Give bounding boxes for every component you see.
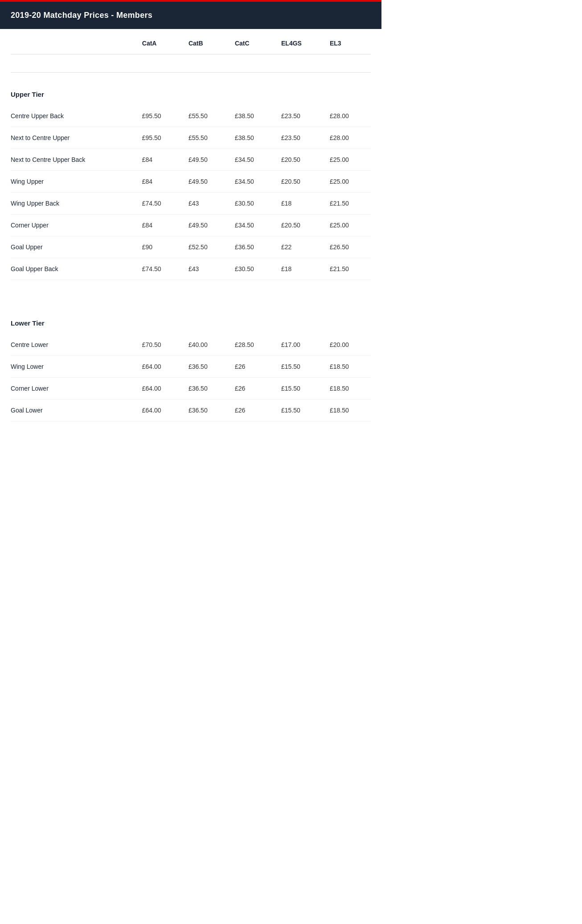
price-catc: £30.50 <box>230 258 276 280</box>
price-catc: £38.50 <box>230 127 276 149</box>
price-catb: £49.50 <box>183 214 230 236</box>
price-el3: £25.00 <box>324 214 371 236</box>
price-catb: £36.50 <box>183 378 230 400</box>
col-header-cata: CatA <box>137 29 183 54</box>
price-catb: £49.50 <box>183 149 230 171</box>
section-header-lower-tier: Lower Tier <box>11 301 371 334</box>
price-el4gs: £23.50 <box>276 105 324 127</box>
table-row-wing-lower: Wing Lower £64.00 £36.50 £26 £15.50 £18.… <box>11 356 371 378</box>
price-el3: £28.00 <box>324 105 371 127</box>
price-catc: £34.50 <box>230 171 276 193</box>
price-cata: £64.00 <box>137 400 183 421</box>
table-row-wing-upper-back: Wing Upper Back £74.50 £43 £30.50 £18 £2… <box>11 193 371 214</box>
price-cata: £84 <box>137 214 183 236</box>
seat-section-name: Wing Upper <box>11 171 137 193</box>
table-header-row: CatA CatB CatC EL4GS EL3 <box>11 29 371 54</box>
table-row-goal-lower: Goal Lower £64.00 £36.50 £26 £15.50 £18.… <box>11 400 371 421</box>
table-row-centre-lower: Centre Lower £70.50 £40.00 £28.50 £17.00… <box>11 334 371 356</box>
price-catb: £55.50 <box>183 105 230 127</box>
price-el4gs: £22 <box>276 236 324 258</box>
price-el3: £21.50 <box>324 258 371 280</box>
price-cata: £95.50 <box>137 105 183 127</box>
price-el3: £18.50 <box>324 356 371 378</box>
page-title: 2019-20 Matchday Prices - Members <box>11 11 152 20</box>
price-el4gs: £15.50 <box>276 378 324 400</box>
price-el3: £18.50 <box>324 378 371 400</box>
price-el4gs: £17.00 <box>276 334 324 356</box>
seat-section-name: Wing Upper Back <box>11 193 137 214</box>
price-el4gs: £23.50 <box>276 127 324 149</box>
seat-section-name: Centre Lower <box>11 334 137 356</box>
price-catc: £26 <box>230 400 276 421</box>
price-catb: £40.00 <box>183 334 230 356</box>
seat-section-name: Corner Upper <box>11 214 137 236</box>
seat-section-name: Goal Upper Back <box>11 258 137 280</box>
price-catc: £28.50 <box>230 334 276 356</box>
price-catc: £38.50 <box>230 105 276 127</box>
price-el3: £18.50 <box>324 400 371 421</box>
price-el4gs: £20.50 <box>276 149 324 171</box>
table-row-next-to-centre-upper-back: Next to Centre Upper Back £84 £49.50 £34… <box>11 149 371 171</box>
price-catc: £34.50 <box>230 214 276 236</box>
pricing-table: CatA CatB CatC EL4GS EL3 Upper Tier Cent… <box>11 29 371 439</box>
price-catb: £49.50 <box>183 171 230 193</box>
price-catb: £55.50 <box>183 127 230 149</box>
price-el4gs: £15.50 <box>276 400 324 421</box>
seat-section-name: Goal Upper <box>11 236 137 258</box>
seat-section-name: Goal Lower <box>11 400 137 421</box>
seat-section-name: Corner Lower <box>11 378 137 400</box>
price-catb: £43 <box>183 258 230 280</box>
price-catc: £30.50 <box>230 193 276 214</box>
price-el3: £25.00 <box>324 171 371 193</box>
table-row-goal-upper: Goal Upper £90 £52.50 £36.50 £22 £26.50 <box>11 236 371 258</box>
table-row-goal-upper-back: Goal Upper Back £74.50 £43 £30.50 £18 £2… <box>11 258 371 280</box>
col-header-el3: EL3 <box>324 29 371 54</box>
price-catb: £36.50 <box>183 400 230 421</box>
price-catb: £36.50 <box>183 356 230 378</box>
table-row-corner-lower: Corner Lower £64.00 £36.50 £26 £15.50 £1… <box>11 378 371 400</box>
table-row-next-to-centre-upper: Next to Centre Upper £95.50 £55.50 £38.5… <box>11 127 371 149</box>
price-cata: £74.50 <box>137 258 183 280</box>
section-label: Lower Tier <box>11 301 371 334</box>
col-header-el4gs: EL4GS <box>276 29 324 54</box>
price-el3: £21.50 <box>324 193 371 214</box>
price-el4gs: £18 <box>276 193 324 214</box>
price-cata: £84 <box>137 149 183 171</box>
page-header: 2019-20 Matchday Prices - Members <box>0 0 381 29</box>
section-header-upper-tier: Upper Tier <box>11 73 371 106</box>
price-el4gs: £18 <box>276 258 324 280</box>
price-el4gs: £15.50 <box>276 356 324 378</box>
seat-section-name: Next to Centre Upper Back <box>11 149 137 171</box>
price-catc: £36.50 <box>230 236 276 258</box>
table-row-centre-upper-back: Centre Upper Back £95.50 £55.50 £38.50 £… <box>11 105 371 127</box>
seat-section-name: Next to Centre Upper <box>11 127 137 149</box>
price-cata: £90 <box>137 236 183 258</box>
table-row-corner-upper: Corner Upper £84 £49.50 £34.50 £20.50 £2… <box>11 214 371 236</box>
price-el3: £20.00 <box>324 334 371 356</box>
col-header-section <box>11 29 137 54</box>
table-row-wing-upper: Wing Upper £84 £49.50 £34.50 £20.50 £25.… <box>11 171 371 193</box>
price-cata: £74.50 <box>137 193 183 214</box>
price-el3: £26.50 <box>324 236 371 258</box>
price-catc: £26 <box>230 356 276 378</box>
price-catc: £34.50 <box>230 149 276 171</box>
price-catc: £26 <box>230 378 276 400</box>
section-label: Upper Tier <box>11 73 371 106</box>
price-cata: £64.00 <box>137 378 183 400</box>
price-cata: £95.50 <box>137 127 183 149</box>
price-el4gs: £20.50 <box>276 214 324 236</box>
price-cata: £64.00 <box>137 356 183 378</box>
col-header-catb: CatB <box>183 29 230 54</box>
price-cata: £84 <box>137 171 183 193</box>
price-el4gs: £20.50 <box>276 171 324 193</box>
seat-section-name: Wing Lower <box>11 356 137 378</box>
price-el3: £28.00 <box>324 127 371 149</box>
price-catb: £52.50 <box>183 236 230 258</box>
price-el3: £25.00 <box>324 149 371 171</box>
col-header-catc: CatC <box>230 29 276 54</box>
price-catb: £43 <box>183 193 230 214</box>
pricing-table-container: CatA CatB CatC EL4GS EL3 Upper Tier Cent… <box>0 29 381 439</box>
price-cata: £70.50 <box>137 334 183 356</box>
seat-section-name: Centre Upper Back <box>11 105 137 127</box>
